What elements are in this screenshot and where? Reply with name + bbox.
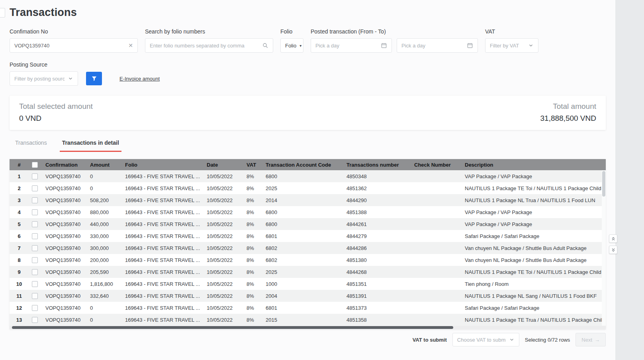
- cell-check-number: [411, 314, 462, 326]
- folio-filter: Folio Folio ▾: [280, 28, 303, 53]
- table-row[interactable]: 10 VOPQ1359740 1,816,800 169643 - FIVE S…: [10, 278, 606, 290]
- row-checkbox[interactable]: [32, 257, 38, 263]
- cell-vat: 8%: [243, 254, 262, 266]
- cell-transaction-account-code: 6802: [262, 242, 343, 254]
- table-row[interactable]: 7 VOPQ1359740 300,000 169643 - FIVE STAR…: [10, 242, 606, 254]
- chevron-down-icon: [509, 337, 515, 342]
- row-checkbox-cell: [29, 182, 42, 194]
- select-all-checkbox[interactable]: [32, 162, 38, 168]
- header-index: #: [10, 159, 29, 170]
- filters-row-2: Posting Source Filter by posting source …: [10, 61, 606, 86]
- row-checkbox[interactable]: [32, 269, 38, 275]
- apply-filter-button[interactable]: [86, 72, 102, 85]
- horizontal-scrollbar-thumb[interactable]: [12, 326, 453, 329]
- calendar-icon[interactable]: [381, 42, 387, 49]
- vat-dropdown-placeholder: Filter by VAT: [490, 43, 525, 49]
- vat-filter: VAT Filter by VAT: [485, 28, 538, 53]
- date-from-input[interactable]: Pick a day: [311, 38, 392, 53]
- cell-check-number: [411, 254, 462, 266]
- confirmation-input[interactable]: [14, 43, 125, 49]
- table-row[interactable]: 12 VOPQ1359740 0 169643 - FIVE STAR TRAV…: [10, 302, 606, 314]
- cell-check-number: [411, 194, 462, 206]
- row-checkbox[interactable]: [32, 233, 38, 239]
- clear-icon[interactable]: ✕: [128, 42, 133, 49]
- cell-amount: 200,000: [87, 254, 122, 266]
- folio-label: Folio: [280, 28, 303, 35]
- cell-confirmation: VOPQ1359740: [42, 206, 87, 218]
- cell-description: Safari Package / Safari Package: [462, 302, 606, 314]
- row-checkbox[interactable]: [32, 221, 38, 227]
- tab-transactions-in-detail[interactable]: Transactions in detail: [60, 139, 121, 152]
- cell-description: NAUTILUS 1 Package TE Toi / NAUTILUS 1 P…: [462, 182, 606, 194]
- row-checkbox[interactable]: [32, 293, 38, 299]
- e-invoice-amount-link[interactable]: E-Invoice amount: [119, 76, 160, 82]
- cell-vat: 8%: [243, 194, 262, 206]
- cell-folio: 169643 - FIVE STAR TRAVEL ...: [122, 314, 204, 326]
- row-index: 8: [10, 254, 29, 266]
- table-row[interactable]: 13 VOPQ1359740 0 169643 - FIVE STAR TRAV…: [10, 314, 606, 326]
- row-checkbox[interactable]: [32, 305, 38, 311]
- row-checkbox[interactable]: [32, 197, 38, 203]
- cell-transactions-number: 4844261: [343, 218, 411, 230]
- next-label: Next: [581, 337, 592, 343]
- row-checkbox[interactable]: [32, 209, 38, 215]
- row-checkbox[interactable]: [32, 185, 38, 191]
- scroll-to-top-button[interactable]: [609, 234, 617, 243]
- cell-amount: 330,000: [87, 230, 122, 242]
- cell-folio: 169643 - FIVE STAR TRAVEL ...: [122, 242, 204, 254]
- table-row[interactable]: 1 VOPQ1359740 0 169643 - FIVE STAR TRAVE…: [10, 170, 606, 182]
- cell-folio: 169643 - FIVE STAR TRAVEL ...: [122, 290, 204, 302]
- cell-check-number: [411, 218, 462, 230]
- calendar-icon[interactable]: [467, 42, 473, 49]
- folio-dropdown[interactable]: Folio ▾: [280, 38, 303, 53]
- table-row[interactable]: 4 VOPQ1359740 880,000 169643 - FIVE STAR…: [10, 206, 606, 218]
- quick-scroll-buttons: [609, 234, 617, 254]
- scroll-to-bottom-button[interactable]: [609, 246, 617, 254]
- table-row[interactable]: 3 VOPQ1359740 508,200 169643 - FIVE STAR…: [10, 194, 606, 206]
- cell-description: NAUTILUS 1 Package TE Toi / NAUTILUS 1 P…: [462, 266, 606, 278]
- cell-description: NAUTILUS 1 Package NL Trua / NAUTILUS 1 …: [462, 194, 606, 206]
- table-row[interactable]: 5 VOPQ1359740 440,000 169643 - FIVE STAR…: [10, 218, 606, 230]
- vat-dropdown[interactable]: Filter by VAT: [485, 38, 538, 53]
- table-row[interactable]: 2 VOPQ1359740 0 169643 - FIVE STAR TRAVE…: [10, 182, 606, 194]
- vertical-scrollbar-thumb[interactable]: [602, 171, 605, 197]
- cell-description: Van chuyen NL Package / Shuttle Bus Adul…: [462, 242, 606, 254]
- cell-confirmation: VOPQ1359740: [42, 266, 87, 278]
- cell-transaction-account-code: 2025: [262, 266, 343, 278]
- tab-transactions[interactable]: Transactions: [13, 139, 49, 152]
- row-checkbox[interactable]: [32, 281, 38, 287]
- cell-amount: 880,000: [87, 206, 122, 218]
- cell-confirmation: VOPQ1359740: [42, 278, 87, 290]
- cell-transactions-number: 4851388: [343, 206, 411, 218]
- cell-amount: 1,816,800: [87, 278, 122, 290]
- folio-search-input[interactable]: [150, 43, 259, 49]
- cell-description: Van chuyen NL Package / Shuttle Bus Adul…: [462, 254, 606, 266]
- table-row[interactable]: 8 VOPQ1359740 200,000 169643 - FIVE STAR…: [10, 254, 606, 266]
- table-row[interactable]: 9 VOPQ1359740 205,590 169643 - FIVE STAR…: [10, 266, 606, 278]
- cell-confirmation: VOPQ1359740: [42, 230, 87, 242]
- date-to-input[interactable]: Pick a day: [397, 38, 478, 53]
- row-checkbox[interactable]: [32, 317, 38, 323]
- posting-source-dropdown[interactable]: Filter by posting source: [10, 71, 78, 86]
- horizontal-scrollbar[interactable]: [10, 326, 606, 329]
- row-checkbox[interactable]: [32, 173, 38, 179]
- table-body: 1 VOPQ1359740 0 169643 - FIVE STAR TRAVE…: [10, 170, 606, 326]
- folio-search-input-wrap: [145, 38, 273, 53]
- sidebar-toggle[interactable]: [0, 8, 5, 18]
- table-row[interactable]: 6 VOPQ1359740 330,000 169643 - FIVE STAR…: [10, 230, 606, 242]
- vat-to-submit-select[interactable]: Choose VAT to submit: [452, 333, 519, 346]
- cell-transactions-number: 4851351: [343, 278, 411, 290]
- header-folio: Folio: [122, 159, 204, 170]
- next-button[interactable]: Next →: [575, 333, 606, 346]
- cell-folio: 169643 - FIVE STAR TRAVEL ...: [122, 230, 204, 242]
- table-row[interactable]: 11 VOPQ1359740 332,640 169643 - FIVE STA…: [10, 290, 606, 302]
- cell-transactions-number: 4850348: [343, 170, 411, 182]
- vertical-scrollbar[interactable]: [602, 170, 606, 326]
- cell-amount: 300,000: [87, 242, 122, 254]
- cell-check-number: [411, 206, 462, 218]
- folio-search-label: Search by folio numbers: [145, 28, 273, 35]
- vat-label: VAT: [485, 28, 538, 35]
- row-checkbox-cell: [29, 242, 42, 254]
- row-checkbox[interactable]: [32, 245, 38, 251]
- table-header-row: # Confirmation Amount Folio Date VAT Tra…: [10, 159, 606, 170]
